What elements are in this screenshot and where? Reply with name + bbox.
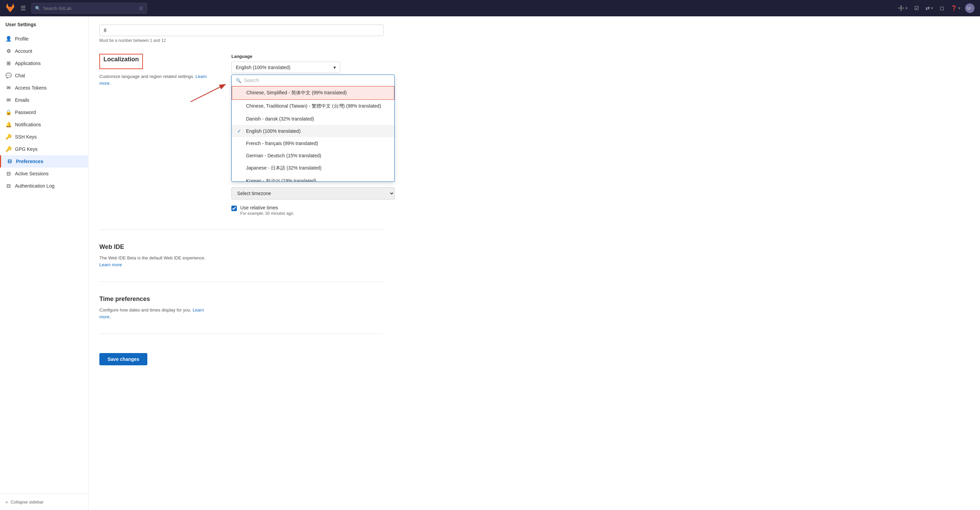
authentication-log-icon: ⊟	[5, 183, 11, 189]
user-avatar[interactable]: U ▾	[965, 3, 975, 13]
ssh-keys-icon: 🔑	[5, 134, 11, 140]
sidebar-item-label: Preferences	[16, 159, 43, 164]
sidebar-item-account[interactable]: ⚙ Account	[0, 45, 88, 57]
search-input[interactable]	[43, 6, 136, 11]
language-option-en[interactable]: ✓ English (100% translated)	[232, 125, 395, 137]
time-preferences-desc-text: Configure how dates and times display fo…	[99, 308, 191, 312]
use-relative-times-checkbox[interactable]	[231, 206, 237, 211]
localization-section-left: Localization Customize language and regi…	[99, 54, 215, 216]
web-ide-section-right	[231, 244, 384, 268]
time-preferences-title: Time preferences	[99, 295, 215, 303]
language-search-input[interactable]	[244, 78, 390, 83]
emails-icon: ✉	[5, 97, 11, 103]
number-input-section: Must be a number between 1 and 12	[99, 24, 384, 43]
sidebar-item-active-sessions[interactable]: ⊟ Active Sessions	[0, 167, 88, 180]
use-relative-times-row: Use relative times For example: 30 minut…	[231, 205, 395, 216]
sidebar: User Settings 👤 Profile ⚙ Account ⊞ Appl…	[0, 16, 89, 510]
issues-button[interactable]: ◻	[938, 4, 946, 13]
search-icon: 🔍	[236, 78, 241, 83]
language-option-ja[interactable]: Japanese - 日本語 (32% translated)	[232, 162, 395, 175]
number-input-field[interactable]	[99, 24, 384, 36]
sidebar-item-chat[interactable]: 💬 Chat	[0, 69, 88, 82]
language-option-zh-cn[interactable]: Chinese, Simplified - 简体中文 (99% translat…	[232, 86, 395, 100]
main-content: Must be a number between 1 and 12 Locali…	[89, 16, 395, 510]
sidebar-item-label: Emails	[15, 97, 29, 103]
gitlab-logo	[5, 3, 15, 13]
sidebar-item-applications[interactable]: ⊞ Applications	[0, 57, 88, 69]
language-option-fr[interactable]: French - français (99% translated)	[232, 137, 395, 150]
search-bar[interactable]: 🔍 /	[31, 3, 147, 14]
language-option-da[interactable]: Danish - dansk (32% translated)	[232, 113, 395, 125]
password-icon: 🔒	[5, 109, 11, 115]
sidebar-item-label: Account	[15, 48, 32, 54]
language-selected-value: English (100% translated)	[236, 65, 290, 70]
sidebar-item-notifications[interactable]: 🔔 Notifications	[0, 118, 88, 131]
web-ide-desc: The Web IDE Beta is the default Web IDE …	[99, 255, 215, 268]
language-option-label: French - français (99% translated)	[246, 140, 318, 146]
time-preferences-section: Time preferences Configure how dates and…	[99, 295, 384, 334]
topnav-icons: ➕ ▾ ☑ ⇄ ▾ ◻ ❓ ▾ U ▾	[896, 3, 975, 13]
localization-section-right: Language English (100% translated) ▾ 🔍	[231, 54, 395, 216]
sidebar-item-label: SSH Keys	[15, 134, 37, 140]
language-dropdown: 🔍 Chinese, Simplified - 简体中文 (99% transl…	[231, 75, 395, 182]
language-option-label: Japanese - 日本語 (32% translated)	[246, 165, 321, 171]
use-relative-times-label: Use relative times	[240, 205, 294, 210]
number-input-hint: Must be a number between 1 and 12	[99, 38, 384, 43]
sidebar-item-label: Profile	[15, 36, 29, 41]
language-option-label: Chinese, Simplified - 简体中文 (99% translat…	[247, 90, 347, 96]
chat-icon: 💬	[5, 73, 11, 79]
language-option-de[interactable]: German - Deutsch (15% translated)	[232, 150, 395, 162]
sidebar-item-password[interactable]: 🔒 Password	[0, 106, 88, 118]
localization-desc: Customize language and region related se…	[99, 73, 215, 86]
applications-icon: ⊞	[5, 60, 11, 66]
language-list: Chinese, Simplified - 简体中文 (99% translat…	[232, 86, 395, 182]
preferences-icon: ⊟	[6, 158, 13, 164]
web-ide-learn-more-link2[interactable]: Learn more	[99, 262, 122, 267]
top-navigation: ☰ 🔍 / ➕ ▾ ☑ ⇄ ▾ ◻ ❓ ▾ U ▾	[0, 0, 980, 16]
gpg-keys-icon: 🔑	[5, 146, 11, 152]
sidebar-item-preferences[interactable]: ⊟ Preferences	[0, 155, 88, 167]
language-option-label: Korean - 한국어 (19% translated)	[246, 178, 316, 182]
sidebar-item-ssh-keys[interactable]: 🔑 SSH Keys	[0, 131, 88, 143]
sidebar-item-access-tokens[interactable]: ✉ Access Tokens	[0, 82, 88, 94]
notifications-icon: 🔔	[5, 121, 11, 128]
access-tokens-icon: ✉	[5, 85, 11, 91]
search-icon: 🔍	[35, 6, 40, 11]
slash-shortcut: /	[139, 6, 143, 11]
help-button[interactable]: ❓ ▾	[949, 4, 962, 13]
check-icon: ✓	[237, 128, 243, 134]
sidebar-title: User Settings	[0, 22, 88, 33]
active-sessions-icon: ⊟	[5, 171, 11, 177]
sidebar-item-gpg-keys[interactable]: 🔑 GPG Keys	[0, 143, 88, 155]
language-option-ko[interactable]: Korean - 한국어 (19% translated)	[232, 175, 395, 182]
collapse-label: Collapse sidebar	[11, 499, 43, 505]
collapse-sidebar-button[interactable]: « Collapse sidebar	[0, 494, 88, 510]
localization-desc-text: Customize language and region related se…	[99, 74, 194, 79]
language-dropdown-container: 🔍 Chinese, Simplified - 简体中文 (99% transl…	[231, 75, 395, 182]
sidebar-item-label: Chat	[15, 73, 25, 78]
sidebar-item-label: Active Sessions	[15, 171, 49, 176]
merge-requests-button[interactable]: ⇄ ▾	[924, 4, 935, 13]
save-changes-button[interactable]: Save changes	[99, 353, 147, 365]
language-search-bar[interactable]: 🔍	[232, 75, 395, 86]
hamburger-menu[interactable]: ☰	[19, 3, 27, 13]
sidebar-item-label: GPG Keys	[15, 147, 37, 152]
create-new-button[interactable]: ➕ ▾	[896, 4, 910, 13]
time-preferences-section-left: Time preferences Configure how dates and…	[99, 295, 215, 320]
page-layout: User Settings 👤 Profile ⚙ Account ⊞ Appl…	[0, 16, 980, 510]
localization-section: Localization Customize language and regi…	[99, 54, 384, 230]
language-option-label: Chinese, Traditional (Taiwan) - 繁體中文 (台灣…	[246, 103, 381, 109]
sidebar-item-authentication-log[interactable]: ⊟ Authentication Log	[0, 180, 88, 192]
use-relative-times-hint: For example: 30 minutes ago.	[240, 211, 294, 216]
todo-button[interactable]: ☑	[912, 4, 921, 13]
sidebar-item-profile[interactable]: 👤 Profile	[0, 33, 88, 45]
language-option-zh-tw[interactable]: Chinese, Traditional (Taiwan) - 繁體中文 (台灣…	[232, 100, 395, 113]
sidebar-item-emails[interactable]: ✉ Emails	[0, 94, 88, 106]
profile-icon: 👤	[5, 36, 11, 42]
language-select-button[interactable]: English (100% translated) ▾	[231, 62, 340, 73]
language-option-label: German - Deutsch (15% translated)	[246, 153, 321, 158]
web-ide-desc-text: The Web IDE Beta is the default Web IDE …	[99, 255, 205, 260]
timezone-select[interactable]: Select timezone	[231, 187, 395, 199]
dropdown-chevron-icon: ▾	[334, 65, 336, 70]
sidebar-item-label: Applications	[15, 61, 41, 66]
